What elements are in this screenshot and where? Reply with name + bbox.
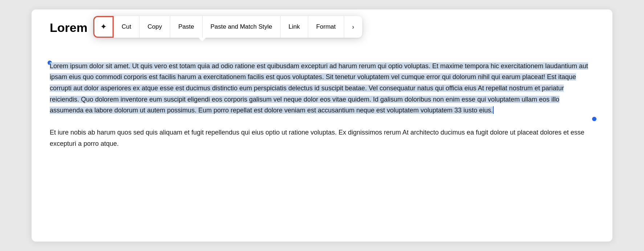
paste-match-style-button[interactable]: Paste and Match Style [203,16,281,38]
selection-wrapper: Lorem ipsum dolor sit amet. Ut quis vero… [50,61,594,116]
link-button[interactable]: Link [281,16,308,38]
paste-button[interactable]: Paste [170,16,202,38]
selected-text: Lorem ipsum dolor sit amet. Ut quis vero… [50,62,588,114]
context-toolbar: ✦ Cut Copy Paste Paste and Match Style L… [93,16,362,38]
format-button[interactable]: Format [308,16,344,38]
text-content[interactable]: Lorem ipsum dolor sit amet. Ut quis vero… [50,61,594,149]
chevron-right-icon: › [352,23,354,31]
unselected-text: Et iure nobis ab harum quos sed quis ali… [50,129,584,147]
page-container: ✦ Cut Copy Paste Paste and Match Style L… [32,9,612,242]
ai-button[interactable]: ✦ [93,16,114,38]
more-button[interactable]: › [344,16,362,38]
ai-star-icon: ✦ [100,22,107,32]
copy-button[interactable]: Copy [139,16,170,38]
cut-button[interactable]: Cut [114,16,139,38]
selection-end-dot [592,117,596,121]
